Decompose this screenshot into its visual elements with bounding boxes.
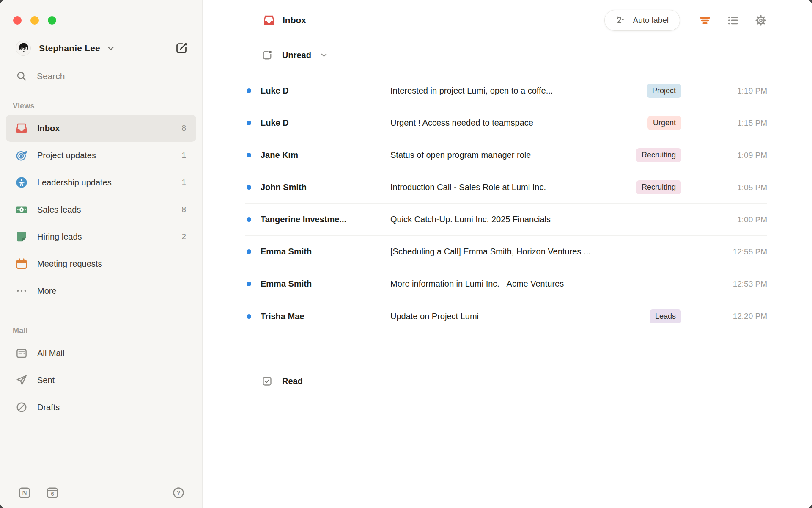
compose-icon[interactable] bbox=[174, 41, 189, 55]
unread-group-header[interactable]: Unread bbox=[245, 45, 767, 65]
email-row[interactable]: Tangerine Investme... Quick Catch-Up: Lu… bbox=[245, 204, 767, 236]
email-sender: Emma Smith bbox=[261, 247, 390, 257]
email-sender: Trisha Mae bbox=[261, 312, 390, 321]
email-row[interactable]: Emma Smith More information in Lumi Inc.… bbox=[245, 268, 767, 300]
unread-dot bbox=[247, 153, 251, 157]
email-sender: Luke D bbox=[261, 86, 390, 96]
sidebar-item-label: More bbox=[37, 286, 57, 296]
email-row[interactable]: Luke D Interested in project Lumi, open … bbox=[245, 75, 767, 107]
sidebar-item-drafts[interactable]: Drafts bbox=[6, 394, 196, 421]
zoom-window-button[interactable] bbox=[48, 16, 56, 25]
unread-icon bbox=[261, 50, 273, 61]
label-chip[interactable]: Project bbox=[647, 84, 681, 98]
more-dots-icon bbox=[15, 284, 28, 297]
sidebar-item-sent[interactable]: Sent bbox=[6, 367, 196, 394]
label-chip[interactable]: Recruiting bbox=[636, 148, 681, 162]
main-header: Inbox Auto label bbox=[245, 0, 767, 31]
help-icon[interactable]: ? bbox=[172, 486, 185, 500]
email-sender: Jane Kim bbox=[261, 150, 390, 160]
label-chip[interactable]: Urgent bbox=[647, 116, 681, 130]
avatar bbox=[16, 41, 31, 56]
search-label: Search bbox=[37, 71, 65, 81]
sidebar-item-count: 1 bbox=[181, 178, 186, 187]
chevron-down-icon bbox=[319, 50, 329, 60]
list-view-icon[interactable] bbox=[727, 14, 739, 27]
views-section-label: Views bbox=[13, 102, 202, 110]
note-icon bbox=[15, 230, 28, 243]
person-circle-icon bbox=[15, 176, 28, 189]
unread-dot bbox=[247, 314, 251, 319]
send-icon bbox=[15, 374, 28, 387]
email-row[interactable]: John Smith Introduction Call - Sales Rol… bbox=[245, 171, 767, 204]
sidebar-item-label: Sent bbox=[37, 375, 55, 385]
header-icons bbox=[699, 14, 767, 27]
label-chip[interactable]: Recruiting bbox=[636, 180, 681, 194]
sidebar-item-all-mail[interactable]: All Mail bbox=[6, 340, 196, 367]
draft-icon bbox=[15, 401, 28, 414]
minimize-window-button[interactable] bbox=[30, 16, 39, 25]
auto-label-icon bbox=[614, 14, 627, 27]
chevron-down-icon bbox=[106, 44, 115, 53]
email-row[interactable]: Luke D Urgent ! Access needed to teamspa… bbox=[245, 107, 767, 139]
sidebar-item-count: 2 bbox=[181, 232, 186, 241]
sidebar-item-sales-leads[interactable]: Sales leads 8 bbox=[6, 196, 196, 223]
label-chip[interactable]: Leads bbox=[650, 309, 681, 323]
email-time: 12:53 PM bbox=[704, 279, 767, 289]
sidebar-item-hiring-leads[interactable]: Hiring leads 2 bbox=[6, 223, 196, 250]
sidebar-item-label: Inbox bbox=[37, 124, 60, 133]
views-nav: Inbox 8 Project updates 1 bbox=[0, 115, 202, 304]
svg-text:N: N bbox=[22, 489, 27, 497]
unread-dot bbox=[247, 88, 251, 93]
sidebar-item-label: Meeting requests bbox=[37, 259, 102, 269]
email-row[interactable]: Emma Smith [Scheduling a Call] Emma Smit… bbox=[245, 236, 767, 268]
account-switcher[interactable]: Stephanie Lee bbox=[16, 41, 189, 56]
mail-nav: All Mail Sent bbox=[0, 340, 202, 421]
email-time: 1:15 PM bbox=[704, 119, 767, 128]
inbox-icon bbox=[263, 14, 275, 27]
email-subject: Status of open program manager role bbox=[390, 150, 636, 160]
divider bbox=[245, 395, 767, 395]
auto-label-button[interactable]: Auto label bbox=[604, 10, 680, 31]
email-subject: [Scheduling a Call] Emma Smith, Horizon … bbox=[390, 247, 704, 257]
email-list: Luke D Interested in project Lumi, open … bbox=[245, 69, 767, 332]
app-window: Stephanie Lee Search Views bbox=[0, 0, 812, 508]
sidebar-item-more[interactable]: More bbox=[6, 277, 196, 304]
sidebar-item-inbox[interactable]: Inbox 8 bbox=[6, 115, 196, 142]
window-controls bbox=[0, 0, 202, 25]
notion-app-icon[interactable]: N bbox=[18, 486, 31, 500]
sidebar-item-count: 8 bbox=[181, 205, 186, 214]
svg-text:?: ? bbox=[177, 489, 181, 496]
read-group-title: Read bbox=[282, 376, 303, 386]
email-subject: Introduction Call - Sales Role at Lumi I… bbox=[390, 182, 636, 192]
all-mail-icon bbox=[15, 347, 28, 359]
filter-icon[interactable] bbox=[699, 14, 711, 27]
email-time: 1:19 PM bbox=[704, 86, 767, 96]
header-toolbar: Auto label bbox=[604, 10, 767, 31]
unread-dot bbox=[247, 185, 251, 190]
inbox-icon bbox=[15, 122, 28, 135]
read-group-header[interactable]: Read bbox=[245, 371, 767, 391]
sidebar-item-count: 1 bbox=[181, 151, 186, 160]
email-row[interactable]: Trisha Mae Update on Project Lumi Leads … bbox=[245, 300, 767, 332]
email-sender: Tangerine Investme... bbox=[261, 215, 390, 224]
unread-group-title: Unread bbox=[282, 50, 311, 60]
email-time: 12:20 PM bbox=[704, 312, 767, 321]
unread-dot bbox=[247, 121, 251, 125]
sidebar-item-meeting-requests[interactable]: Meeting requests bbox=[6, 250, 196, 277]
sidebar-item-count: 8 bbox=[181, 124, 186, 133]
mail-section-label: Mail bbox=[13, 326, 202, 335]
search-button[interactable]: Search bbox=[16, 70, 189, 82]
email-sender: Emma Smith bbox=[261, 279, 390, 289]
sidebar-item-label: Sales leads bbox=[37, 205, 81, 215]
sidebar-item-project-updates[interactable]: Project updates 1 bbox=[6, 142, 196, 169]
sidebar-item-label: Project updates bbox=[37, 151, 96, 160]
email-subject: Update on Project Lumi bbox=[390, 312, 650, 321]
sidebar-item-label: Leadership updates bbox=[37, 178, 112, 188]
settings-gear-icon[interactable] bbox=[754, 14, 767, 27]
close-window-button[interactable] bbox=[13, 16, 22, 25]
email-row[interactable]: Jane Kim Status of open program manager … bbox=[245, 139, 767, 171]
calendar-app-icon[interactable]: 6 bbox=[46, 486, 59, 500]
sidebar-item-leadership-updates[interactable]: Leadership updates 1 bbox=[6, 169, 196, 196]
email-time: 1:09 PM bbox=[704, 151, 767, 160]
sidebar-item-label: Drafts bbox=[37, 403, 60, 412]
